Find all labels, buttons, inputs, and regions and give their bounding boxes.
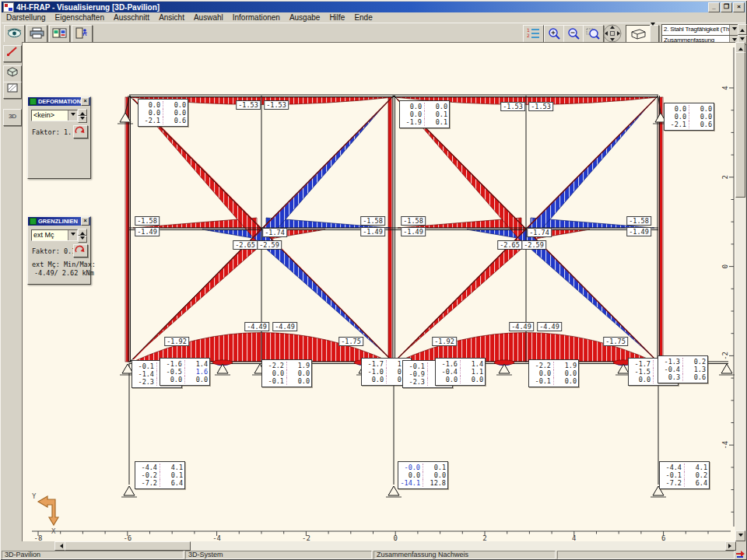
app-icon bbox=[3, 2, 14, 12]
menu-ansicht[interactable]: Ansicht bbox=[154, 13, 189, 22]
moment-value-label: -1.53 bbox=[236, 100, 261, 110]
panel-icon bbox=[30, 98, 37, 105]
moment-value-label: -4.49 bbox=[537, 322, 562, 331]
moment-value-label: -4.49 bbox=[272, 322, 297, 331]
result-value-box: -2.21.90.00.0-0.10.0 bbox=[261, 359, 312, 387]
result-value-box: -4.44.1-0.10.2-7.26.4 bbox=[659, 461, 710, 489]
grenzlinien-panel[interactable]: GRENZLINIEN × ext Mç Faktor: 0.123 ext M… bbox=[27, 216, 91, 285]
pan-arrows-icon bbox=[602, 24, 622, 43]
3d-view-button[interactable] bbox=[626, 25, 651, 43]
view-eye-button[interactable] bbox=[4, 25, 25, 43]
result-value-box: 0.00.00.00.0-2.10.6 bbox=[664, 103, 714, 131]
moment-value-label: -1.49 bbox=[401, 227, 426, 236]
grenzlinien-refresh-button[interactable] bbox=[73, 244, 88, 257]
pictures-book-icon bbox=[52, 27, 67, 39]
print-button[interactable] bbox=[26, 25, 47, 43]
vertical-scrollbar[interactable] bbox=[735, 42, 745, 541]
zoom-window-button[interactable] bbox=[583, 25, 604, 43]
cube-icon bbox=[629, 27, 647, 40]
grenzlinien-spinner[interactable] bbox=[78, 229, 87, 241]
refresh-icon bbox=[74, 126, 86, 136]
result-value-box: -1.30.2-0.41.30.30.6 bbox=[658, 355, 708, 383]
moment-value-label: -2.65 bbox=[233, 240, 258, 250]
menu-auswahl[interactable]: Auswahl bbox=[189, 13, 228, 22]
moment-value-label: -4.49 bbox=[244, 322, 269, 331]
drawing-canvas[interactable]: -8-6-4-20246420-2-4 YX -1.53-1.53-1.53-1… bbox=[22, 42, 737, 543]
menu-ende[interactable]: Ende bbox=[349, 13, 377, 22]
moment-value-label: -1.58 bbox=[360, 216, 385, 226]
vscroll-thumb[interactable] bbox=[735, 52, 745, 198]
toolbar: 12 2. Stahl Tragfähigkeit (Th. 2. O Zusa… bbox=[2, 23, 745, 43]
moment-value-label: -1.58 bbox=[135, 216, 160, 226]
grenzlinien-minmax-label: ext Mç: Min/Max: bbox=[32, 261, 96, 268]
3d-mode-button[interactable]: 3D bbox=[3, 109, 22, 126]
grenzlinien-panel-title: GRENZLINIEN bbox=[38, 218, 78, 225]
analysis-combo[interactable]: 2. Stahl Tragfähigkeit (Th. 2. O bbox=[661, 24, 740, 36]
menu-informationen[interactable]: Informationen bbox=[228, 13, 285, 22]
scroll-right-button[interactable] bbox=[725, 541, 736, 551]
svg-text:2: 2 bbox=[527, 33, 530, 38]
grenzlinien-panel-titlebar[interactable]: GRENZLINIEN × bbox=[28, 217, 90, 226]
scroll-up-button[interactable] bbox=[735, 42, 745, 53]
maximize-button[interactable]: ❐ bbox=[721, 2, 732, 12]
zoom-in-button[interactable] bbox=[544, 25, 565, 43]
moment-value-label: -1.53 bbox=[528, 102, 553, 111]
moment-value-label: -1.58 bbox=[626, 216, 651, 226]
hscroll-row bbox=[2, 541, 745, 551]
menu-hilfe[interactable]: Hilfe bbox=[324, 13, 349, 22]
exit-button[interactable] bbox=[72, 25, 93, 43]
moment-value-label: -1.49 bbox=[360, 227, 385, 236]
scroll-down-button[interactable] bbox=[735, 530, 745, 541]
grenzlinien-panel-close-icon[interactable]: × bbox=[81, 217, 89, 226]
result-value-box: -1.61.4-0.41.10.00.0 bbox=[435, 358, 486, 386]
result-value-box: -1.61.4-0.51.60.00.0 bbox=[160, 358, 210, 386]
spin-up[interactable] bbox=[738, 24, 747, 35]
structure-drawing: -8-6-4-20246420-2-4 YX bbox=[23, 43, 736, 542]
scroll-left-button[interactable] bbox=[54, 541, 65, 551]
redraw-button[interactable] bbox=[3, 45, 22, 62]
menu-ausgabe[interactable]: Ausgabe bbox=[285, 13, 324, 22]
3d-view-dropdown[interactable] bbox=[650, 25, 659, 43]
svg-text:2: 2 bbox=[721, 175, 729, 179]
deformation-panel[interactable]: DEFORMATION × <kein> Faktor: 1. bbox=[27, 96, 91, 179]
svg-text:Y: Y bbox=[32, 492, 37, 500]
hscroll-thumb[interactable] bbox=[65, 541, 191, 551]
list-123-icon: 12 bbox=[526, 27, 541, 39]
deformation-dropdown[interactable]: <kein> bbox=[31, 110, 78, 121]
grenzlinien-minmax-value: -4.49/ 2.62 kNm bbox=[34, 269, 94, 277]
menu-darstellung[interactable]: Darstellung bbox=[2, 13, 51, 22]
result-value-box: -0.00.10.00.0-14.112.8 bbox=[398, 461, 448, 489]
red-pen-icon bbox=[6, 46, 19, 57]
printer-icon bbox=[30, 27, 44, 39]
moment-value-label: -1.53 bbox=[500, 102, 525, 111]
close-button[interactable]: × bbox=[733, 2, 745, 12]
deformation-panel-titlebar[interactable]: DEFORMATION × bbox=[28, 97, 90, 106]
hatch-view-button[interactable] bbox=[3, 82, 22, 99]
horizontal-scrollbar[interactable] bbox=[54, 541, 736, 551]
deformation-spinner[interactable] bbox=[78, 109, 87, 121]
pan-control[interactable] bbox=[602, 24, 622, 43]
moment-value-label: -2.59 bbox=[257, 240, 282, 250]
grenzlinien-dropdown[interactable]: ext Mç bbox=[31, 229, 78, 241]
gallery-button[interactable] bbox=[49, 25, 70, 43]
minimize-button[interactable]: _ bbox=[708, 2, 720, 12]
status-bar: 3D-Pavilion 3D-System Zusammenfassung Na… bbox=[2, 551, 745, 559]
menu-bar: DarstellungEigenschaftenAusschnittAnsich… bbox=[2, 12, 745, 23]
svg-text:-2: -2 bbox=[721, 352, 729, 360]
deformation-panel-close-icon[interactable]: × bbox=[81, 97, 89, 106]
moment-value-label: -2.59 bbox=[521, 240, 546, 250]
eye-icon bbox=[7, 27, 22, 39]
numbering-options-button[interactable]: 12 bbox=[523, 25, 544, 43]
moment-value-label: -1.92 bbox=[432, 337, 457, 346]
moment-value-label: -4.49 bbox=[509, 322, 534, 331]
moment-value-label: -1.53 bbox=[264, 100, 289, 110]
menu-ausschnitt[interactable]: Ausschnitt bbox=[109, 13, 154, 22]
solid-view-button[interactable] bbox=[3, 65, 22, 82]
title-bar[interactable]: 4H-FRAP - Visualisierung [3D-Pavilion] _… bbox=[2, 2, 745, 12]
menu-eigenschaften[interactable]: Eigenschaften bbox=[51, 13, 109, 22]
moment-value-label: -1.92 bbox=[164, 337, 189, 346]
refresh-icon bbox=[74, 245, 86, 255]
deformation-refresh-button[interactable] bbox=[73, 125, 88, 138]
zoom-out-button[interactable] bbox=[563, 25, 584, 43]
moment-value-label: -1.75 bbox=[603, 337, 628, 346]
